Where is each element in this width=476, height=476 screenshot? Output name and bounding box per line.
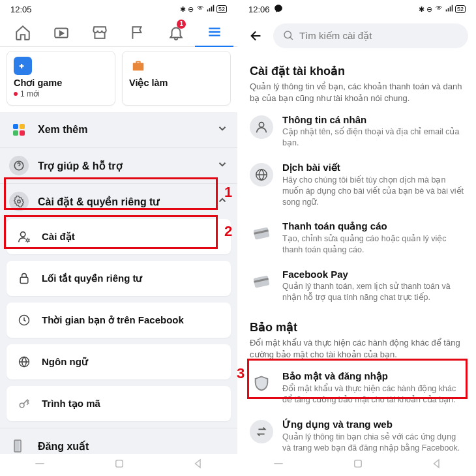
time-on-fb-label: Thời gian bạn ở trên Facebook — [42, 314, 184, 326]
settings-header: Tìm kiếm cài đặt — [238, 18, 476, 55]
left-phone: 12:05 ✱ ⊖ 52 — [0, 0, 238, 476]
item-apps-websites[interactable]: Ứng dụng và trang web Quản lý thông tin … — [238, 412, 476, 460]
settings-privacy-label: Cài đặt & quyền riêng tư — [38, 196, 207, 208]
row-code-gen[interactable]: Trình tạo mã — [7, 386, 231, 421]
item-facebook-pay[interactable]: Facebook Pay Quản lý thanh toán, xem lịc… — [238, 262, 476, 310]
bluetooth-icon: ✱ — [419, 5, 424, 14]
row-language[interactable]: Ngôn ngữ — [7, 344, 231, 379]
grid-icon — [9, 120, 29, 140]
gear-icon — [9, 192, 29, 211]
card-jobs[interactable]: Việc làm — [122, 51, 231, 106]
logout-label: Đăng xuất — [38, 440, 228, 453]
card-jobs-title: Việc làm — [129, 78, 224, 88]
language-label: Ngôn ngữ — [42, 356, 88, 368]
item-title: Thanh toán quảng cáo — [282, 220, 464, 232]
logout-icon — [9, 436, 29, 456]
row-time-on-fb[interactable]: Thời gian bạn ở trên Facebook — [7, 303, 231, 338]
row-help[interactable]: Trợ giúp & hỗ trợ — [0, 147, 237, 183]
nav-back[interactable] — [192, 458, 204, 472]
clock-icon — [16, 312, 33, 329]
item-desc: Tạo, chỉnh sửa quảng cáo hoặc quản lý vi… — [282, 233, 464, 256]
item-translate[interactable]: Dịch bài viết Hãy cho chúng tôi biết tùy… — [238, 155, 476, 215]
dnd-icon: ⊖ — [426, 5, 432, 14]
item-ad-payments[interactable]: Thanh toán quảng cáo Tạo, chỉnh sửa quản… — [238, 214, 476, 262]
item-title: Ứng dụng và trang web — [282, 419, 464, 430]
wifi-icon — [196, 5, 205, 14]
privacy-shortcut-label: Lối tắt quyền riêng tư — [42, 273, 143, 284]
signal-icon — [207, 5, 215, 14]
item-desc: Cập nhật tên, số điện thoại và địa chỉ e… — [282, 126, 464, 149]
bluetooth-icon: ✱ — [180, 5, 186, 14]
svg-point-13 — [20, 403, 24, 408]
search-input[interactable]: Tìm kiếm cài đặt — [273, 23, 468, 48]
status-bar: 12:05 ✱ ⊖ 52 — [0, 0, 237, 18]
row-see-more[interactable]: Xem thêm — [0, 112, 237, 147]
item-desc: Quản lý thanh toán, xem lịch sử thanh to… — [282, 281, 464, 303]
battery-indicator: 52 — [216, 5, 227, 13]
section-security: Bảo mật Đổi mật khẩu và thực hiện các hà… — [238, 310, 476, 364]
search-icon — [282, 29, 294, 43]
code-gen-label: Trình tạo mã — [42, 398, 100, 409]
item-desc: Đổi mật khẩu và thực hiện các hành động … — [282, 383, 464, 406]
nav-home[interactable] — [352, 458, 364, 472]
svg-point-9 — [27, 239, 29, 242]
see-more-label: Xem thêm — [38, 124, 207, 136]
tab-marketplace[interactable] — [80, 18, 119, 47]
messenger-icon — [274, 4, 283, 15]
lock-icon — [16, 270, 33, 287]
back-button[interactable] — [246, 25, 267, 46]
search-placeholder: Tìm kiếm cài đặt — [299, 30, 372, 42]
help-icon — [9, 156, 29, 175]
tab-watch[interactable] — [42, 18, 81, 47]
account-title: Cài đặt tài khoản — [250, 64, 464, 78]
highlight-2-number: 2 — [224, 223, 232, 240]
row-settings-privacy[interactable]: Cài đặt & quyền riêng tư — [0, 183, 237, 219]
status-bar: 12:06 ✱ ⊖ 52 — [238, 0, 476, 18]
svg-rect-4 — [13, 130, 18, 136]
tab-menu[interactable] — [195, 18, 233, 47]
highlight-3-number: 3 — [237, 365, 245, 382]
android-nav — [238, 454, 476, 476]
wifi-icon — [434, 5, 443, 14]
nav-recents[interactable] — [33, 457, 46, 473]
status-indicators: ✱ ⊖ 52 — [180, 5, 227, 14]
svg-rect-24 — [354, 460, 361, 468]
notif-badge: 1 — [177, 20, 186, 29]
tab-home[interactable] — [4, 18, 42, 47]
row-settings[interactable]: Cài đặt — [7, 219, 231, 254]
account-desc: Quản lý thông tin về bạn, các khoản than… — [250, 81, 464, 104]
item-security-login[interactable]: Bảo mật và đăng nhập Đổi mật khẩu và thự… — [238, 364, 476, 412]
item-desc: Quản lý thông tin bạn chia sẻ với các ứn… — [282, 432, 464, 454]
item-personal-info[interactable]: Thông tin cá nhân Cập nhật tên, số điện … — [238, 108, 476, 155]
item-title: Bảo mật và đăng nhập — [282, 370, 464, 382]
person-icon — [250, 115, 273, 139]
card-icon — [250, 222, 273, 245]
key-icon — [16, 395, 33, 412]
card-game[interactable]: Chơi game 1 mới — [7, 51, 115, 106]
highlight-1-number: 1 — [224, 184, 232, 201]
dnd-icon: ⊖ — [188, 5, 194, 14]
signal-icon — [445, 5, 453, 14]
status-time: 12:06 — [248, 5, 270, 14]
swap-icon — [250, 420, 273, 443]
nav-home[interactable] — [113, 458, 125, 472]
card-game-title: Chơi game — [14, 78, 108, 88]
chevron-down-icon — [216, 158, 228, 173]
tab-flag[interactable] — [119, 18, 157, 47]
status-time: 12:05 — [10, 5, 32, 14]
nav-back[interactable] — [431, 458, 443, 472]
tab-notifications[interactable]: 1 — [157, 18, 196, 47]
row-privacy-shortcut[interactable]: Lối tắt quyền riêng tư — [7, 261, 231, 296]
security-desc: Đổi mật khẩu và thực hiện các hành động … — [250, 337, 464, 360]
help-label: Trợ giúp & hỗ trợ — [38, 160, 207, 172]
svg-point-8 — [21, 232, 25, 237]
settings-label: Cài đặt — [42, 231, 75, 243]
fb-top-tabs: 1 — [0, 18, 237, 47]
shortcut-cards: Chơi game 1 mới Việc làm — [0, 47, 237, 112]
svg-rect-10 — [20, 277, 28, 283]
nav-recents[interactable] — [272, 457, 285, 473]
globe-icon — [250, 163, 273, 186]
android-nav — [0, 454, 237, 476]
globe-icon — [16, 353, 33, 370]
svg-rect-5 — [20, 130, 25, 136]
